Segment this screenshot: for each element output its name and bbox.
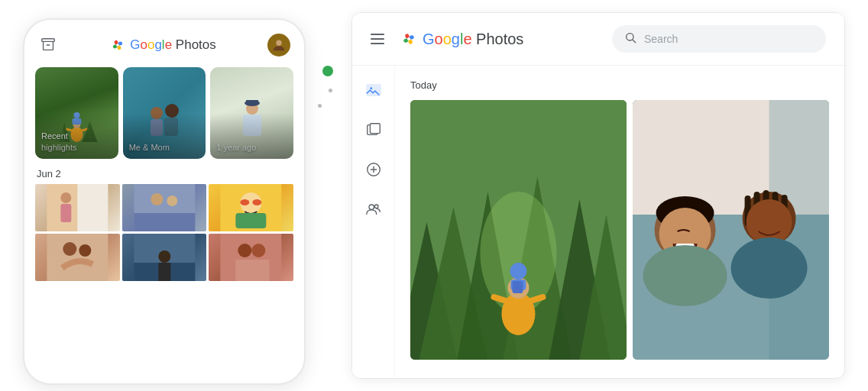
svg-rect-18 <box>246 100 258 105</box>
svg-rect-43 <box>236 260 270 281</box>
svg-point-25 <box>151 193 163 205</box>
search-bar[interactable]: Search <box>612 25 826 53</box>
svg-point-78 <box>643 245 727 306</box>
green-dot <box>322 66 333 76</box>
svg-rect-32 <box>236 213 267 228</box>
svg-point-26 <box>167 196 177 206</box>
sidebar-item-albums[interactable] <box>364 121 383 139</box>
svg-rect-15 <box>164 118 178 136</box>
small-dot-1 <box>329 89 332 92</box>
mobile-logo: Google Photos <box>109 37 216 53</box>
featured-photo-family[interactable] <box>633 100 829 360</box>
desktop-panel: Google Photos Search <box>351 12 845 379</box>
desktop-logo-text: Google Photos <box>423 31 523 48</box>
mobile-logo-text: Google Photos <box>130 37 216 53</box>
pinwheel-icon <box>109 37 126 53</box>
memory-card-mom[interactable]: Me & Mom <box>123 67 206 159</box>
svg-rect-22 <box>60 204 71 222</box>
featured-photos <box>410 100 829 360</box>
featured-photo-forest[interactable] <box>410 100 627 360</box>
memory-card-label-year: 1 year ago <box>216 142 256 153</box>
svg-rect-0 <box>42 39 55 42</box>
memory-card-label-mom: Me & Mom <box>129 142 170 153</box>
svg-point-38 <box>158 250 170 263</box>
svg-point-2 <box>276 40 281 46</box>
memory-card-year[interactable]: 1 year ago <box>210 67 293 159</box>
svg-rect-33 <box>47 234 108 281</box>
svg-point-41 <box>238 244 252 257</box>
archive-icon[interactable] <box>38 35 58 55</box>
svg-point-35 <box>79 244 91 257</box>
svg-point-42 <box>252 244 266 257</box>
svg-point-4 <box>73 121 81 128</box>
user-avatar[interactable] <box>267 34 290 57</box>
photo-grid <box>35 184 293 281</box>
svg-point-55 <box>374 205 378 208</box>
sidebar-item-add[interactable] <box>364 160 383 179</box>
svg-rect-19 <box>243 115 261 136</box>
svg-rect-39 <box>158 263 170 281</box>
mobile-phone: Google Photos <box>23 18 306 385</box>
decorative-dots <box>306 12 351 379</box>
svg-point-30 <box>241 199 250 205</box>
year-silhouette <box>229 92 275 145</box>
svg-point-54 <box>369 205 374 209</box>
svg-point-12 <box>151 107 163 119</box>
svg-point-14 <box>165 104 179 118</box>
sidebar-item-shared[interactable] <box>364 200 383 218</box>
section-today-label: Today <box>410 79 829 91</box>
svg-marker-11 <box>56 124 68 142</box>
grid-photo-6[interactable] <box>209 234 293 281</box>
svg-point-21 <box>60 192 71 203</box>
hamburger-menu-button[interactable] <box>371 34 384 44</box>
memory-card-recent-highlights[interactable]: Recent highlights <box>35 67 118 159</box>
svg-point-1 <box>116 44 119 47</box>
svg-marker-9 <box>60 123 70 142</box>
svg-point-48 <box>370 87 372 89</box>
svg-rect-70 <box>512 281 523 293</box>
desktop-body: Today <box>352 66 844 378</box>
forest-silhouette <box>56 92 98 142</box>
phone-header: Google Photos <box>35 34 293 57</box>
desktop-sidebar <box>352 66 395 378</box>
svg-line-46 <box>633 40 636 43</box>
svg-line-8 <box>82 129 88 131</box>
memory-card-label-recent: Recent highlights <box>41 131 76 153</box>
svg-line-7 <box>66 129 73 131</box>
date-label: Jun 2 <box>35 168 293 179</box>
svg-point-68 <box>510 263 526 280</box>
desktop-pinwheel-icon <box>400 30 418 48</box>
grid-photo-4[interactable] <box>35 234 120 281</box>
sidebar-item-photos[interactable] <box>364 81 383 99</box>
svg-point-5 <box>74 112 80 118</box>
desktop-logo: Google Photos <box>400 30 523 48</box>
desktop-main: Today <box>395 66 844 378</box>
svg-point-34 <box>63 242 76 256</box>
grid-photo-2[interactable] <box>122 184 207 231</box>
grid-photo-1[interactable] <box>35 184 120 231</box>
svg-rect-13 <box>151 119 163 136</box>
svg-point-86 <box>730 238 807 299</box>
svg-point-3 <box>71 127 83 142</box>
mom-silhouette <box>141 92 187 145</box>
svg-rect-6 <box>73 118 82 124</box>
grid-photo-3[interactable] <box>209 184 293 231</box>
svg-rect-27 <box>134 213 195 231</box>
search-placeholder: Search <box>644 33 678 45</box>
svg-marker-10 <box>83 121 98 142</box>
search-icon <box>624 31 636 47</box>
grid-photo-5[interactable] <box>122 234 207 281</box>
svg-point-44 <box>407 37 410 40</box>
small-dot-2 <box>318 104 322 108</box>
desktop-header: Google Photos Search <box>352 13 844 66</box>
svg-rect-50 <box>370 124 380 134</box>
svg-point-31 <box>253 199 262 205</box>
svg-rect-23 <box>77 184 108 231</box>
memory-cards-row: Recent highlights Me & Mom <box>35 67 293 159</box>
